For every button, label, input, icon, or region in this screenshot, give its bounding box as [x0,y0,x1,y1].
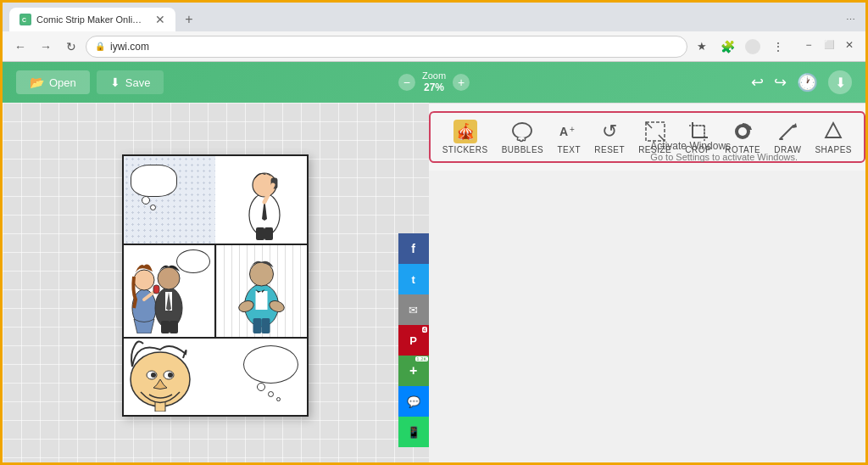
new-tab-button[interactable]: + [179,9,199,30]
figure-man-phone [239,160,290,244]
tab-favicon: C [19,14,31,25]
figure-caricature [128,339,213,415]
add-count: 1.2K [415,356,427,361]
svg-point-30 [151,373,156,378]
whatsapp-icon: 📱 [407,426,420,439]
figure-interviewee [147,253,190,337]
profile-icon[interactable] [742,36,764,58]
tab-title: Comic Strip Maker Online & Fre... [36,14,147,25]
svg-point-45 [738,127,747,136]
zoom-label: Zoom [422,70,446,81]
save-button[interactable]: ⬇ Save [97,70,164,94]
reset-tool[interactable]: ↺ RESET [587,116,632,158]
thought-bubble [243,345,298,384]
forward-button[interactable]: → [35,36,57,58]
back-button[interactable]: ← [9,36,31,58]
save-label: Save [125,76,151,89]
extension-icon[interactable]: 🧩 [716,36,738,58]
app-content: 📂 Open ⬇ Save − Zoom 27% + ↩ ↪ 🕐 ⬇ [3,62,865,465]
svg-marker-50 [826,123,841,137]
address-bar[interactable]: 🔒 iywi.com [86,36,687,58]
open-label: Open [49,76,76,89]
svg-text:+: + [570,125,575,134]
facebook-button[interactable]: f [398,233,429,264]
reset-label: RESET [594,145,625,154]
svg-point-17 [158,267,180,289]
reset-icon: ↺ [598,120,621,143]
panel-middle-left [124,245,216,337]
twitter-icon: t [411,273,415,286]
nav-bar: ← → ↻ 🔒 iywi.com ★ 🧩 ⋮ − ⬜ ✕ [3,31,865,62]
panel-bottom [124,339,307,415]
close-button[interactable]: ✕ [840,36,859,54]
svg-rect-26 [261,318,270,333]
svg-rect-2 [745,39,760,54]
toolbar-group: 🎪 STICKERS BUBBLES [429,111,865,163]
bubbles-icon [510,120,534,143]
address-text: iywi.com [110,41,149,53]
browser-nav-icons: ★ 🧩 ⋮ − ⬜ ✕ [691,36,859,58]
history-button[interactable]: 🕐 [797,72,818,92]
tab-close-button[interactable]: ✕ [155,13,165,26]
svg-point-32 [168,373,173,378]
messenger-button[interactable]: 💬 [398,386,429,417]
bubbles-tool[interactable]: BUBBLES [495,116,551,158]
bubbles-label: BUBBLES [502,145,544,154]
shapes-label: SHAPES [815,145,852,154]
svg-rect-18 [161,321,170,333]
redo-button[interactable]: ↪ [774,73,787,92]
active-tab[interactable]: C Comic Strip Maker Online & Fre... ✕ [9,8,175,31]
browser-menu-button[interactable]: ⋯ [842,11,859,28]
messenger-icon: 💬 [407,395,420,408]
facebook-icon: f [411,242,415,255]
svg-point-33 [513,123,531,138]
svg-line-47 [781,126,793,138]
tab-bar: C Comic Strip Maker Online & Fre... ✕ + … [3,3,865,31]
canvas-area: f t ✉ P 4 + 1.2K 💬 [3,103,429,465]
pinterest-button[interactable]: P 4 [398,325,429,356]
whatsapp-button[interactable]: 📱 [398,417,429,447]
stickers-tool[interactable]: 🎪 STICKERS [436,116,495,158]
header-left: 📂 Open ⬇ Save [16,70,164,94]
svg-rect-25 [253,318,261,333]
svg-rect-21 [255,291,267,310]
zoom-value: 27% [422,81,446,93]
content-area: f t ✉ P 4 + 1.2K 💬 [3,103,865,465]
shapes-icon [821,120,845,143]
activate-windows-notice: Activate Windows Go to Settings to activ… [650,140,798,162]
zoom-minus-button[interactable]: − [398,74,415,91]
comic-strip [122,154,309,417]
zoom-control: − Zoom 27% + [398,70,470,94]
twitter-button[interactable]: t [398,264,429,294]
add-button[interactable]: + 1.2K [398,356,429,386]
maximize-button[interactable]: ⬜ [820,36,838,54]
activate-windows-title: Activate Windows [650,140,798,152]
download-button[interactable]: ⬇ [828,70,852,94]
figure-clapping [234,249,289,337]
text-tool[interactable]: A + TEXT [550,116,587,158]
shapes-tool[interactable]: SHAPES [808,116,859,158]
mail-button[interactable]: ✉ [398,294,429,325]
zoom-plus-button[interactable]: + [453,74,470,91]
pinterest-count: 4 [422,327,427,333]
panel-middle-row [124,245,307,339]
lock-icon: 🔒 [95,42,105,51]
more-options-button[interactable]: ⋮ [767,36,789,58]
svg-rect-19 [170,321,178,333]
open-icon: 📂 [30,76,44,89]
add-icon: + [409,363,417,378]
svg-text:C: C [22,17,26,23]
minimize-button[interactable]: − [799,36,818,54]
reload-button[interactable]: ↻ [60,36,82,58]
save-icon: ⬇ [110,76,120,89]
speech-bubble-top [131,165,177,197]
toolbar: 🎪 STICKERS BUBBLES [429,103,865,171]
social-sidebar: f t ✉ P 4 + 1.2K 💬 [398,233,429,447]
svg-line-37 [646,122,652,128]
undo-button[interactable]: ↩ [751,73,764,92]
bookmark-icon[interactable]: ★ [691,36,713,58]
text-icon: A + [557,120,581,143]
svg-point-22 [249,262,273,286]
open-button[interactable]: 📂 Open [16,70,90,94]
svg-rect-43 [693,126,704,137]
